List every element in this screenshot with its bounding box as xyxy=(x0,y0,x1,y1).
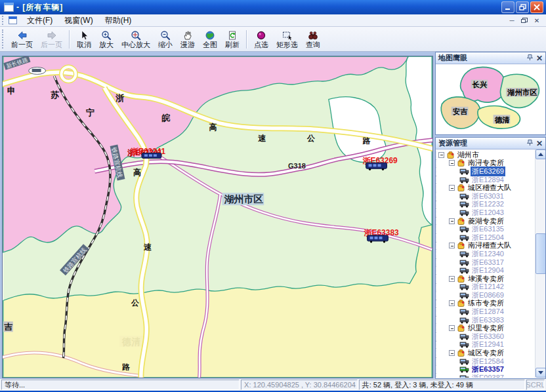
expand-collapse-icon[interactable] xyxy=(438,152,444,158)
status-scroll-lock: SCRL xyxy=(526,380,545,390)
expand-collapse-icon[interactable] xyxy=(449,160,455,166)
overview-panel-title: 地图鹰眼 ✕ xyxy=(436,52,545,64)
vehicle-marker-overlap[interactable]: 浙E63241 浙E63241 xyxy=(127,147,165,158)
toolbar-button-label: 中心放大 xyxy=(121,41,150,49)
toolbar-button-pan-hand[interactable]: 漫游 xyxy=(177,28,199,50)
tree-indent xyxy=(436,225,459,233)
toolbar-button-zoom-in[interactable]: 放大 xyxy=(95,28,117,50)
globe-icon xyxy=(205,29,215,41)
svg-text:苏: 苏 xyxy=(51,90,60,100)
overview-map[interactable]: 长兴 湖州市区 安吉 德清 xyxy=(436,64,545,134)
tree-indent xyxy=(436,159,449,168)
organization-icon xyxy=(457,349,465,357)
menu-help[interactable]: 帮助(H) xyxy=(99,14,138,27)
organization-icon xyxy=(457,324,465,332)
tree-indent xyxy=(436,341,459,349)
svg-text:浙: 浙 xyxy=(115,93,124,103)
tree-item-label: 浙E09387 xyxy=(471,373,505,378)
arrow-left-icon xyxy=(17,29,28,41)
toolbar-button-label: 矩形选 xyxy=(276,41,298,49)
point-select-icon xyxy=(256,29,266,41)
overview-panel: 地图鹰眼 ✕ 长兴 湖州市区 xyxy=(435,52,546,135)
expand-collapse-icon[interactable] xyxy=(449,185,455,191)
vehicle-icon xyxy=(459,341,469,348)
close-button[interactable] xyxy=(530,1,543,13)
resource-panel: 资源管理 ✕ 湖州市南浔专卖所浙E63269浙E12894城区稽查大队浙E630… xyxy=(435,137,546,379)
mdi-child-icon[interactable] xyxy=(9,16,17,24)
organization-icon xyxy=(457,184,465,192)
toolbar-button-refresh[interactable]: 刷新 xyxy=(221,28,243,50)
toolbar-button-label: 缩小 xyxy=(158,41,173,49)
resource-close-icon[interactable]: ✕ xyxy=(536,140,543,147)
expand-collapse-icon[interactable] xyxy=(449,276,455,282)
organization-icon xyxy=(457,275,465,283)
expand-collapse-icon[interactable] xyxy=(449,350,455,356)
menu-file[interactable]: 文件(F) xyxy=(21,14,58,27)
pin-icon[interactable] xyxy=(526,139,534,147)
tree-indent xyxy=(436,324,449,332)
toolbar-button-zoom-out[interactable]: 缩小 xyxy=(154,28,177,50)
vehicle-online-icon xyxy=(459,366,469,373)
toolbar-button-rect-select[interactable]: 矩形选 xyxy=(272,28,302,50)
g318-label: G318 xyxy=(288,162,306,170)
toolbar-button-cursor[interactable]: 取消 xyxy=(73,28,95,50)
menu-window[interactable]: 视窗(W) xyxy=(58,14,98,27)
toolbar-button-globe[interactable]: 全图 xyxy=(199,28,221,50)
vehicle-icon xyxy=(459,358,469,365)
expand-collapse-icon[interactable] xyxy=(449,243,455,248)
resource-panel-title-text: 资源管理 xyxy=(438,138,467,148)
tree-indent xyxy=(436,192,459,201)
toolbar-separator xyxy=(69,30,70,49)
map-canvas[interactable]: 德清 xyxy=(2,56,433,378)
overview-close-icon[interactable]: ✕ xyxy=(536,55,543,62)
toolbar-button-point-select[interactable]: 点选 xyxy=(250,28,272,50)
toolbar-button-arrow-left[interactable]: 前一页 xyxy=(7,28,37,50)
expand-collapse-icon[interactable] xyxy=(449,300,455,306)
restore-button[interactable] xyxy=(516,1,529,13)
toolbar-button-binoculars[interactable]: 查询 xyxy=(302,28,324,50)
toolbar: 前一页后一页取消放大中心放大缩小漫游全图刷新点选矩形选查询 xyxy=(0,27,546,52)
mdi-close-button[interactable]: ✕ xyxy=(532,16,542,25)
tree-indent xyxy=(436,283,459,292)
vehicle-icon xyxy=(459,225,469,233)
svg-text:湖州市区: 湖州市区 xyxy=(223,193,263,205)
tree-vehicle-row[interactable]: 浙E09387 xyxy=(436,374,535,378)
toolbar-button-arrow-right[interactable]: 后一页 xyxy=(37,28,66,50)
organization-icon xyxy=(457,241,465,250)
vehicle-icon xyxy=(459,374,469,378)
vehicle-icon xyxy=(459,193,469,200)
map-label-ji: 吉 xyxy=(3,321,13,332)
vehicle-icon xyxy=(459,283,469,290)
scroll-up-button[interactable] xyxy=(536,149,545,159)
svg-text:路: 路 xyxy=(362,136,371,146)
mdi-restore-button[interactable] xyxy=(519,16,530,25)
toolbar-grip[interactable] xyxy=(2,29,5,49)
svg-text:公: 公 xyxy=(306,134,316,143)
expand-collapse-icon[interactable] xyxy=(449,218,455,224)
pin-icon[interactable] xyxy=(526,54,534,62)
svg-text:速: 速 xyxy=(257,134,266,143)
menubar-grip[interactable] xyxy=(2,16,5,25)
scroll-down-button[interactable] xyxy=(536,368,545,378)
vehicle-icon xyxy=(459,201,469,208)
tree-indent xyxy=(436,201,459,209)
scroll-thumb[interactable] xyxy=(536,233,545,274)
minimize-button[interactable] xyxy=(501,1,514,13)
main-area: 德清 xyxy=(0,52,546,379)
tree-indent xyxy=(436,208,459,217)
expand-collapse-icon[interactable] xyxy=(449,325,455,331)
toolbar-button-label: 前一页 xyxy=(11,41,33,49)
tree-scrollbar[interactable] xyxy=(535,149,545,378)
mdi-minimize-button[interactable]: ─ xyxy=(507,16,517,25)
svg-text:路: 路 xyxy=(121,363,131,372)
status-coordinates: X: 120.45904825 , Y: 30.84466204 xyxy=(241,380,358,390)
vehicle-icon xyxy=(459,308,469,315)
toolbar-button-zoom-center[interactable]: 中心放大 xyxy=(117,28,154,50)
window-title: - [所有车辆] xyxy=(16,2,63,13)
tree-indent xyxy=(436,349,449,357)
organization-icon xyxy=(457,299,465,307)
cursor-icon xyxy=(79,29,89,41)
vehicle-icon xyxy=(459,234,469,241)
toolbar-button-label: 查询 xyxy=(306,41,320,49)
organization-icon xyxy=(457,159,465,167)
